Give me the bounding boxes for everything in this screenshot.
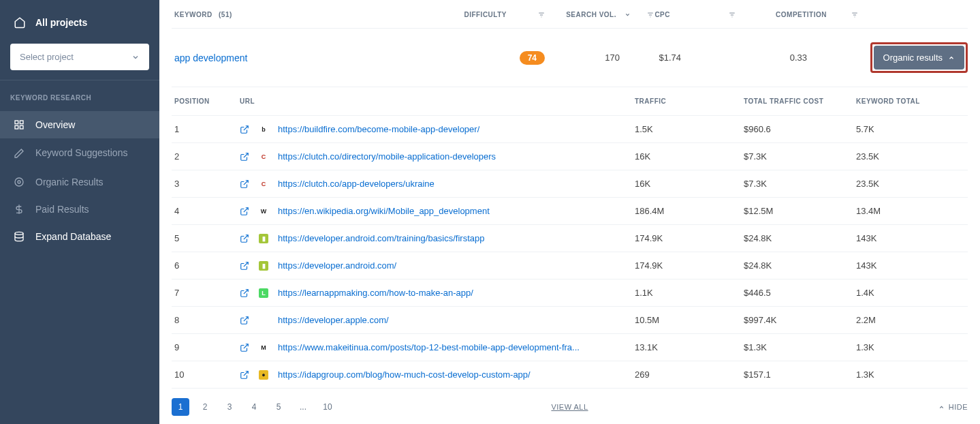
filter-icon[interactable] (851, 12, 858, 18)
dollar-icon (14, 204, 25, 215)
keyword-total-value: 1.3K (856, 369, 968, 380)
page-button[interactable]: 3 (221, 398, 238, 416)
traffic-value: 269 (635, 369, 744, 380)
result-row: 4 W https://en.wikipedia.org/wiki/Mobile… (172, 198, 968, 225)
all-projects-label: All projects (35, 17, 87, 28)
page-button[interactable]: 1 (172, 398, 189, 416)
column-header-position[interactable]: POSITION (172, 97, 240, 105)
result-row: 6 ▮ https://developer.android.com/ 174.9… (172, 252, 968, 279)
sidebar-item-paid-results[interactable]: Paid Results (0, 196, 159, 223)
select-project-label: Select project (20, 52, 74, 62)
table-footer: 12345...10 VIEW ALL HIDE (172, 389, 968, 416)
page-button[interactable]: ... (294, 398, 312, 416)
column-header-url[interactable]: URL (240, 97, 635, 105)
keyword-total-value: 143K (856, 260, 968, 271)
position-value: 1 (172, 124, 240, 134)
column-header-competition[interactable]: COMPETITION (736, 11, 858, 18)
keyword-link[interactable]: app development (174, 52, 247, 63)
difficulty-badge: 74 (520, 51, 545, 65)
filter-icon[interactable] (538, 12, 545, 18)
traffic-value: 13.1K (635, 342, 744, 352)
keyword-count: (51) (219, 11, 232, 18)
position-value: 4 (172, 206, 240, 216)
sidebar-item-organic-results[interactable]: Organic Results (0, 168, 159, 196)
sidebar: All projects Select project KEYWORD RESE… (0, 0, 159, 424)
page-button[interactable]: 2 (196, 398, 214, 416)
filter-icon[interactable] (729, 12, 736, 18)
open-external-icon[interactable] (240, 316, 249, 325)
keyword-total-value: 23.5K (856, 179, 968, 189)
sidebar-item-expand-database[interactable]: Expand Database (0, 223, 159, 250)
column-header-cpc[interactable]: CPC (654, 11, 736, 18)
sidebar-item-label: Paid Results (35, 204, 89, 215)
column-header-search-vol[interactable]: SEARCH VOL. (545, 11, 654, 18)
home-icon (14, 16, 26, 29)
keyword-row: app development 74 170 $1.74 0.33 Organi… (172, 29, 968, 87)
sidebar-item-keyword-suggestions[interactable]: Keyword Suggestions (0, 138, 159, 168)
sidebar-item-overview[interactable]: Overview (0, 111, 159, 138)
result-url-link[interactable]: https://developer.apple.com/ (278, 315, 389, 325)
result-row: 3 C https://clutch.co/app-developers/ukr… (172, 170, 968, 198)
page-button[interactable]: 10 (319, 398, 336, 416)
favicon-icon: b (259, 125, 268, 134)
cost-value: $24.8K (744, 233, 856, 243)
column-header-difficulty[interactable]: DIFFICULTY (444, 11, 545, 18)
chevron-down-icon[interactable] (625, 12, 631, 18)
position-value: 3 (172, 179, 240, 189)
traffic-value: 10.5M (635, 315, 744, 325)
organic-results-button[interactable]: Organic results (874, 46, 964, 70)
cost-value: $157.1 (744, 369, 856, 380)
pencil-icon (14, 148, 25, 159)
open-external-icon[interactable] (240, 288, 249, 298)
column-header-keyword[interactable]: KEYWORD (51) (172, 11, 444, 18)
result-url-link[interactable]: https://www.makeitinua.com/posts/top-12-… (278, 342, 580, 352)
column-header-total-cost[interactable]: TOTAL TRAFFIC COST (744, 97, 856, 106)
result-row: 9 M https://www.makeitinua.com/posts/top… (172, 334, 968, 361)
competition-value: 0.33 (736, 52, 858, 63)
select-project-dropdown[interactable]: Select project (10, 44, 149, 70)
filter-icon[interactable] (647, 12, 654, 18)
result-row: 8 https://developer.apple.com/ 10.5M $99… (172, 307, 968, 334)
traffic-value: 1.5K (635, 124, 744, 134)
view-all-link[interactable]: VIEW ALL (551, 403, 588, 411)
column-label: CPC (654, 11, 670, 18)
cost-value: $12.5M (744, 206, 856, 216)
hide-button[interactable]: HIDE (938, 403, 968, 411)
position-value: 9 (172, 342, 240, 352)
column-label: SEARCH VOL. (566, 11, 616, 18)
open-external-icon[interactable] (240, 370, 249, 380)
open-external-icon[interactable] (240, 207, 249, 216)
chevron-up-icon (938, 404, 945, 410)
result-url-link[interactable]: https://developer.android.com/training/b… (278, 233, 485, 243)
favicon-icon: ▮ (259, 261, 268, 271)
result-url-link[interactable]: https://clutch.co/directory/mobile-appli… (278, 151, 496, 162)
keyword-total-value: 1.4K (856, 288, 968, 298)
chevron-down-icon (131, 53, 140, 61)
result-url-link[interactable]: https://learnappmaking.com/how-to-make-a… (278, 288, 473, 298)
column-label: KEYWORD (174, 11, 212, 18)
column-header-keyword-total[interactable]: KEYWORD TOTAL (856, 97, 968, 105)
keyword-total-value: 2.2M (856, 315, 968, 325)
hide-label: HIDE (949, 403, 968, 411)
column-header-traffic[interactable]: TRAFFIC (635, 97, 744, 105)
open-external-icon[interactable] (240, 152, 249, 162)
favicon-icon: C (259, 152, 268, 162)
all-projects-link[interactable]: All projects (0, 8, 159, 37)
svg-rect-0 (15, 121, 18, 124)
result-url-link[interactable]: https://idapgroup.com/blog/how-much-cost… (278, 369, 531, 380)
result-url-link[interactable]: https://buildfire.com/become-mobile-app-… (278, 124, 479, 134)
open-external-icon[interactable] (240, 125, 249, 134)
page-button[interactable]: 5 (270, 398, 287, 416)
keyword-total-value: 23.5K (856, 151, 968, 162)
organic-results-label: Organic results (883, 52, 943, 63)
page-button[interactable]: 4 (245, 398, 263, 416)
open-external-icon[interactable] (240, 261, 249, 271)
chevron-up-icon (948, 55, 955, 61)
result-url-link[interactable]: https://developer.android.com/ (278, 260, 396, 271)
result-url-link[interactable]: https://en.wikipedia.org/wiki/Mobile_app… (278, 206, 490, 216)
open-external-icon[interactable] (240, 234, 249, 243)
result-url-link[interactable]: https://clutch.co/app-developers/ukraine (278, 179, 434, 189)
cost-value: $960.6 (744, 124, 856, 134)
open-external-icon[interactable] (240, 343, 249, 352)
open-external-icon[interactable] (240, 179, 249, 189)
